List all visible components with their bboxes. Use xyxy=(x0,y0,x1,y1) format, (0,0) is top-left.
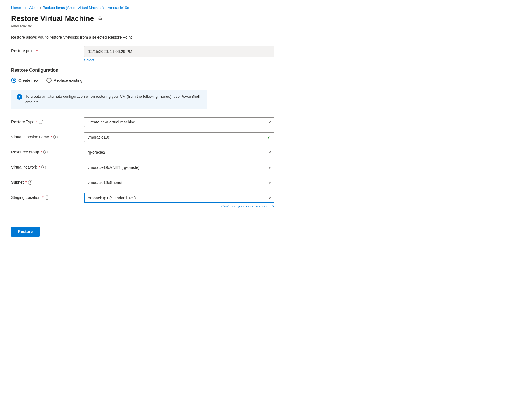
restore-point-row: Restore point * 12/15/2020, 11:06:29 PM … xyxy=(11,46,297,62)
resource-group-info-icon[interactable]: i xyxy=(43,150,48,154)
page-title-row: Restore Virtual Machine 🖶 xyxy=(11,14,297,23)
subnet-info-icon[interactable]: i xyxy=(28,180,32,185)
cant-find-storage-link[interactable]: Can't find your storage account ? xyxy=(221,204,274,208)
virtual-network-value: vmoracle19cVNET (rg-oracle) xyxy=(88,165,139,170)
vm-name-required: * xyxy=(51,135,52,139)
restore-type-label: Restore Type * i xyxy=(11,117,78,124)
subnet-required: * xyxy=(25,180,27,185)
vm-name-control: ✓ xyxy=(84,132,274,142)
breadcrumb-home[interactable]: Home xyxy=(11,6,21,10)
resource-group-required: * xyxy=(41,150,42,154)
vm-name-label-text: Virtual machine name xyxy=(11,135,49,139)
breadcrumb-sep-3: › xyxy=(106,6,107,10)
staging-location-chevron-icon: ∨ xyxy=(269,196,271,200)
vm-name-input[interactable] xyxy=(84,132,274,142)
page-title: Restore Virtual Machine xyxy=(11,14,94,23)
resource-group-label: Resource group * i xyxy=(11,148,78,154)
staging-location-control: orabackup1 (StandardLRS) ∨ Can't find yo… xyxy=(84,193,274,208)
restore-type-row: Restore Type * i Create new virtual mach… xyxy=(11,117,297,127)
subnet-value: vmoracle19cSubnet xyxy=(88,180,122,185)
resource-group-dropdown-wrapper: rg-oracle2 ∨ xyxy=(84,148,274,157)
subnet-label: Subnet * i xyxy=(11,178,78,185)
subnet-dropdown[interactable]: vmoracle19cSubnet ∨ xyxy=(84,178,274,187)
staging-location-info-icon[interactable]: i xyxy=(45,195,49,200)
page-description: Restore allows you to restore VM/disks f… xyxy=(11,35,297,39)
staging-location-dropdown[interactable]: orabackup1 (StandardLRS) ∨ xyxy=(84,193,274,203)
resource-group-dropdown[interactable]: rg-oracle2 ∨ xyxy=(84,148,274,157)
restore-type-required: * xyxy=(36,120,38,124)
restore-point-control: 12/15/2020, 11:06:29 PM Select xyxy=(84,46,274,62)
staging-location-link-row: Can't find your storage account ? xyxy=(84,204,274,208)
restore-type-chevron-icon: ∨ xyxy=(269,120,271,124)
subnet-row: Subnet * i vmoracle19cSubnet ∨ xyxy=(11,178,297,187)
radio-circle-replace-existing xyxy=(46,78,52,83)
restore-type-dropdown[interactable]: Create new virtual machine ∨ xyxy=(84,117,274,127)
virtual-network-label: Virtual network * i xyxy=(11,163,78,169)
resource-group-value: rg-oracle2 xyxy=(88,150,105,155)
info-banner: i To create an alternate configuration w… xyxy=(11,90,207,109)
virtual-network-info-icon[interactable]: i xyxy=(41,165,46,169)
subnet-chevron-icon: ∨ xyxy=(269,181,271,185)
info-banner-icon: i xyxy=(17,94,22,100)
subnet-label-text: Subnet xyxy=(11,180,24,185)
breadcrumb-vm[interactable]: vmoracle19c xyxy=(108,6,129,10)
radio-replace-existing[interactable]: Replace existing xyxy=(46,78,83,83)
staging-location-label: Staging Location * i xyxy=(11,193,78,200)
info-banner-text: To create an alternate configuration whe… xyxy=(25,94,202,105)
staging-location-dropdown-wrapper: orabackup1 (StandardLRS) ∨ xyxy=(84,193,274,203)
radio-label-replace-existing: Replace existing xyxy=(54,78,83,83)
resource-group-label-text: Resource group xyxy=(11,150,39,154)
print-icon[interactable]: 🖶 xyxy=(97,16,102,22)
restore-button[interactable]: Restore xyxy=(11,227,40,237)
breadcrumb-sep-4: › xyxy=(131,6,132,10)
virtual-network-dropdown-wrapper: vmoracle19cVNET (rg-oracle) ∨ xyxy=(84,163,274,172)
resource-group-row: Resource group * i rg-oracle2 ∨ xyxy=(11,148,297,157)
virtual-network-label-text: Virtual network xyxy=(11,165,37,169)
restore-config-heading: Restore Configuration xyxy=(11,68,297,73)
restore-point-select[interactable]: Select xyxy=(84,58,274,62)
virtual-network-control: vmoracle19cVNET (rg-oracle) ∨ xyxy=(84,163,274,172)
resource-group-control: rg-oracle2 ∨ xyxy=(84,148,274,157)
breadcrumb-sep-2: › xyxy=(40,6,41,10)
restore-type-label-text: Restore Type xyxy=(11,120,34,124)
radio-circle-create-new xyxy=(11,78,16,83)
divider xyxy=(11,220,297,220)
restore-point-required: * xyxy=(36,48,38,53)
restore-type-value: Create new virtual machine xyxy=(88,120,135,124)
vm-name-label: Virtual machine name * i xyxy=(11,132,78,139)
page-subtitle: vmoracle19c xyxy=(11,24,297,28)
restore-point-label: Restore point * xyxy=(11,46,78,53)
subnet-dropdown-wrapper: vmoracle19cSubnet ∨ xyxy=(84,178,274,187)
staging-location-row: Staging Location * i orabackup1 (Standar… xyxy=(11,193,297,208)
virtual-network-dropdown[interactable]: vmoracle19cVNET (rg-oracle) ∨ xyxy=(84,163,274,172)
breadcrumb-backup-items[interactable]: Backup Items (Azure Virtual Machine) xyxy=(43,6,104,10)
virtual-network-required: * xyxy=(39,165,40,169)
restore-type-control: Create new virtual machine ∨ xyxy=(84,117,274,127)
vm-name-row: Virtual machine name * i ✓ xyxy=(11,132,297,142)
restore-config-radio-group: Create new Replace existing xyxy=(11,78,297,83)
vm-name-info-icon[interactable]: i xyxy=(53,135,58,139)
breadcrumb-vault[interactable]: myVault xyxy=(25,6,38,10)
radio-create-new[interactable]: Create new xyxy=(11,78,39,83)
breadcrumb: Home › myVault › Backup Items (Azure Vir… xyxy=(11,6,297,10)
resource-group-chevron-icon: ∨ xyxy=(269,150,271,154)
restore-type-dropdown-wrapper: Create new virtual machine ∨ xyxy=(84,117,274,127)
radio-label-create-new: Create new xyxy=(18,78,39,83)
virtual-network-chevron-icon: ∨ xyxy=(269,165,271,169)
breadcrumb-sep-1: › xyxy=(23,6,24,10)
restore-point-value: 12/15/2020, 11:06:29 PM xyxy=(84,46,274,57)
vm-name-input-wrapper: ✓ xyxy=(84,132,274,142)
staging-location-value: orabackup1 (StandardLRS) xyxy=(88,196,136,200)
staging-location-required: * xyxy=(42,195,43,200)
subnet-control: vmoracle19cSubnet ∨ xyxy=(84,178,274,187)
restore-type-info-icon[interactable]: i xyxy=(39,120,43,124)
virtual-network-row: Virtual network * i vmoracle19cVNET (rg-… xyxy=(11,163,297,172)
staging-location-label-text: Staging Location xyxy=(11,195,40,200)
